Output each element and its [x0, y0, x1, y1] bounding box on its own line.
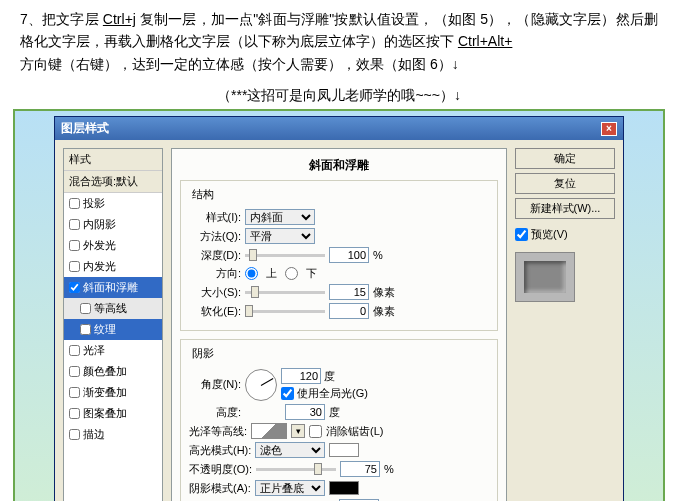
- panel-title: 斜面和浮雕: [180, 157, 498, 174]
- checkbox-drop-shadow[interactable]: [69, 198, 80, 209]
- gloss-contour-picker[interactable]: [251, 423, 287, 439]
- global-light-checkbox[interactable]: [281, 387, 294, 400]
- preview-label: 预览(V): [531, 227, 568, 242]
- sidebar-item-drop-shadow[interactable]: 投影: [64, 193, 162, 214]
- structure-legend: 结构: [189, 187, 217, 202]
- method-label: 方法(Q):: [189, 229, 241, 244]
- highlight-opacity-slider[interactable]: [256, 468, 336, 471]
- preview-thumbnail: [515, 252, 575, 302]
- shortcut-ctrlj: Ctrl+j: [103, 11, 136, 27]
- layer-style-dialog: 图层样式 × 样式 混合选项:默认 投影 内阴影 外发光 内发光 斜面和浮雕 等…: [54, 116, 624, 501]
- sidebar-item-satin[interactable]: 光泽: [64, 340, 162, 361]
- highlight-opacity-input[interactable]: [340, 461, 380, 477]
- depth-input[interactable]: [329, 247, 369, 263]
- direction-down-radio[interactable]: [285, 267, 298, 280]
- checkbox-stroke[interactable]: [69, 429, 80, 440]
- styles-sidebar: 样式 混合选项:默认 投影 内阴影 外发光 内发光 斜面和浮雕 等高线 纹理 光…: [63, 148, 163, 501]
- instruction-text: 7、把文字层 Ctrl+j 复制一层，加一点"斜面与浮雕"按默认值设置，（如图 …: [0, 0, 678, 83]
- soften-input[interactable]: [329, 303, 369, 319]
- shading-fieldset: 阴影 角度(N): 度 使用全局光(G): [180, 339, 498, 501]
- gloss-dropdown-icon[interactable]: ▾: [291, 424, 305, 438]
- size-slider[interactable]: [245, 291, 325, 294]
- size-input[interactable]: [329, 284, 369, 300]
- angle-dial[interactable]: [245, 369, 277, 401]
- sidebar-item-texture[interactable]: 纹理: [64, 319, 162, 340]
- angle-unit: 度: [324, 369, 335, 384]
- checkbox-contour[interactable]: [80, 303, 91, 314]
- checkbox-pattern-overlay[interactable]: [69, 408, 80, 419]
- highlight-mode-select[interactable]: 滤色: [255, 442, 325, 458]
- antialias-label: 消除锯齿(L): [326, 424, 383, 439]
- sidebar-item-gradient-overlay[interactable]: 渐变叠加: [64, 382, 162, 403]
- structure-fieldset: 结构 样式(I): 内斜面 方法(Q): 平滑 深度(D): %: [180, 180, 498, 331]
- checkbox-texture[interactable]: [80, 324, 91, 335]
- global-light-label: 使用全局光(G): [297, 386, 368, 401]
- right-panel: 确定 复位 新建样式(W)... 预览(V): [515, 148, 615, 501]
- highlight-color-swatch[interactable]: [329, 443, 359, 457]
- shadow-color-swatch[interactable]: [329, 481, 359, 495]
- antialias-checkbox[interactable]: [309, 425, 322, 438]
- direction-label: 方向:: [189, 266, 241, 281]
- sidebar-item-contour[interactable]: 等高线: [64, 298, 162, 319]
- checkbox-inner-shadow[interactable]: [69, 219, 80, 230]
- screenshot-container: 图层样式 × 样式 混合选项:默认 投影 内阴影 外发光 内发光 斜面和浮雕 等…: [13, 109, 665, 501]
- sidebar-header-styles[interactable]: 样式: [64, 149, 162, 171]
- angle-label: 角度(N):: [189, 377, 241, 392]
- direction-up-radio[interactable]: [245, 267, 258, 280]
- checkbox-color-overlay[interactable]: [69, 366, 80, 377]
- cancel-button[interactable]: 复位: [515, 173, 615, 194]
- altitude-input[interactable]: [285, 404, 325, 420]
- checkbox-inner-glow[interactable]: [69, 261, 80, 272]
- sidebar-item-inner-shadow[interactable]: 内阴影: [64, 214, 162, 235]
- soften-label: 软化(E):: [189, 304, 241, 319]
- gloss-label: 光泽等高线:: [189, 424, 247, 439]
- dialog-titlebar[interactable]: 图层样式 ×: [55, 117, 623, 140]
- method-select[interactable]: 平滑: [245, 228, 315, 244]
- highlight-mode-label: 高光模式(H):: [189, 443, 251, 458]
- ok-button[interactable]: 确定: [515, 148, 615, 169]
- checkbox-satin[interactable]: [69, 345, 80, 356]
- instruction-note: （***这招可是向凤儿老师学的哦~~~）↓: [0, 83, 678, 109]
- sidebar-item-bevel-emboss[interactable]: 斜面和浮雕: [64, 277, 162, 298]
- style-select[interactable]: 内斜面: [245, 209, 315, 225]
- close-button[interactable]: ×: [601, 122, 617, 136]
- preview-checkbox[interactable]: [515, 228, 528, 241]
- dialog-title: 图层样式: [61, 120, 109, 137]
- checkbox-gradient-overlay[interactable]: [69, 387, 80, 398]
- altitude-label: 高度:: [189, 405, 241, 420]
- size-label: 大小(S):: [189, 285, 241, 300]
- sidebar-item-outer-glow[interactable]: 外发光: [64, 235, 162, 256]
- soften-slider[interactable]: [245, 310, 325, 313]
- size-unit: 像素: [373, 285, 395, 300]
- sidebar-item-inner-glow[interactable]: 内发光: [64, 256, 162, 277]
- depth-label: 深度(D):: [189, 248, 241, 263]
- style-label: 样式(I):: [189, 210, 241, 225]
- altitude-unit: 度: [329, 405, 340, 420]
- checkbox-outer-glow[interactable]: [69, 240, 80, 251]
- highlight-opacity-unit: %: [384, 463, 394, 475]
- depth-unit: %: [373, 249, 383, 261]
- center-panel: 斜面和浮雕 结构 样式(I): 内斜面 方法(Q): 平滑 深度(D):: [171, 148, 507, 501]
- checkbox-bevel-emboss[interactable]: [69, 282, 80, 293]
- shortcut-ctrlalt: Ctrl+Alt+: [458, 33, 512, 49]
- shading-legend: 阴影: [189, 346, 217, 361]
- sidebar-header-blend[interactable]: 混合选项:默认: [64, 171, 162, 193]
- sidebar-item-pattern-overlay[interactable]: 图案叠加: [64, 403, 162, 424]
- angle-input[interactable]: [281, 368, 321, 384]
- shadow-mode-select[interactable]: 正片叠底: [255, 480, 325, 496]
- sidebar-item-stroke[interactable]: 描边: [64, 424, 162, 445]
- highlight-opacity-label: 不透明度(O):: [189, 462, 252, 477]
- sidebar-item-color-overlay[interactable]: 颜色叠加: [64, 361, 162, 382]
- depth-slider[interactable]: [245, 254, 325, 257]
- soften-unit: 像素: [373, 304, 395, 319]
- new-style-button[interactable]: 新建样式(W)...: [515, 198, 615, 219]
- shadow-mode-label: 阴影模式(A):: [189, 481, 251, 496]
